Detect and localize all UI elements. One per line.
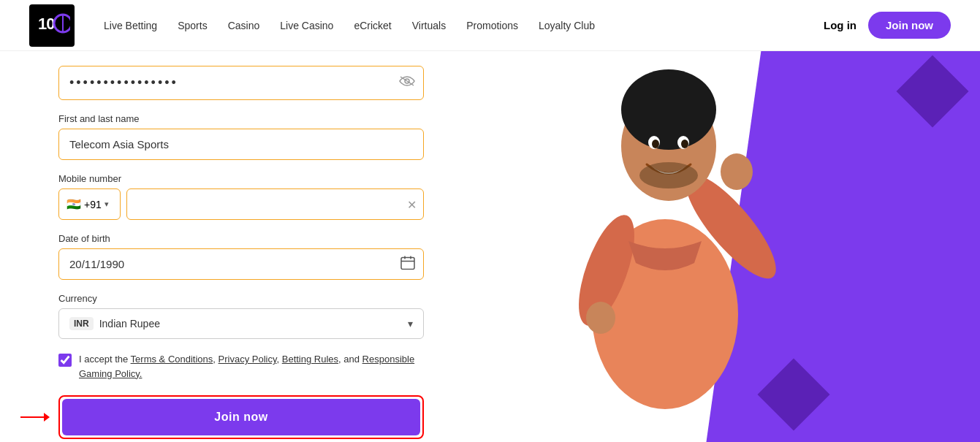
header: 10 Live Betting Sports Casino Live Casin…: [0, 0, 980, 51]
dob-label: Date of birth: [58, 233, 424, 244]
registration-form-panel: First and last name Mobile number 🇮🇳 +91…: [0, 51, 482, 442]
join-now-section: Join now: [58, 395, 424, 439]
currency-field: Currency INR Indian Rupee ▾: [58, 293, 424, 339]
flag-icon: 🇮🇳: [67, 197, 81, 211]
phone-row: 🇮🇳 +91 ▾ ✕: [58, 188, 424, 220]
person-illustration: [541, 51, 789, 442]
hero-person: [519, 51, 775, 442]
country-code-selector[interactable]: 🇮🇳 +91 ▾: [58, 188, 121, 220]
arrow-line: [20, 416, 44, 418]
terms-label: I accept the Terms & Conditions, Privacy…: [79, 352, 424, 381]
password-field: [58, 66, 424, 100]
login-button[interactable]: Log in: [824, 19, 856, 31]
nav-virtuals[interactable]: Virtuals: [412, 20, 446, 31]
currency-chevron-icon: ▾: [408, 318, 413, 329]
chevron-down-icon: ▾: [105, 199, 109, 209]
dob-wrapper: [58, 248, 424, 280]
svg-text:10: 10: [38, 15, 55, 33]
svg-point-20: [721, 153, 753, 190]
name-field: First and last name: [58, 113, 424, 160]
country-code-text: +91: [84, 199, 102, 210]
nav-live-casino[interactable]: Live Casino: [280, 20, 333, 31]
currency-name: Indian Rupee: [99, 318, 402, 329]
svg-rect-6: [401, 257, 414, 269]
dob-input[interactable]: [58, 248, 424, 280]
name-input[interactable]: [58, 129, 424, 160]
logo[interactable]: 10: [29, 4, 75, 47]
currency-badge: INR: [69, 317, 94, 330]
join-now-button-wrapper: Join now: [58, 395, 424, 439]
terms-checkbox-row: I accept the Terms & Conditions, Privacy…: [58, 352, 424, 381]
nav-casino[interactable]: Casino: [228, 20, 260, 31]
terms-checkbox[interactable]: [58, 354, 72, 367]
nav-promotions[interactable]: Promotions: [466, 20, 518, 31]
svg-point-18: [681, 140, 688, 148]
main-nav: Live Betting Sports Casino Live Casino e…: [104, 20, 824, 31]
name-label: First and last name: [58, 113, 424, 124]
mobile-label: Mobile number: [58, 173, 424, 184]
nav-ecricket[interactable]: eCricket: [354, 20, 391, 31]
phone-number-wrapper: ✕: [126, 188, 424, 220]
arrow-head: [44, 413, 50, 422]
toggle-password-icon[interactable]: [399, 75, 415, 91]
svg-point-21: [586, 302, 615, 334]
join-now-main-button[interactable]: Join now: [62, 399, 420, 435]
nav-loyalty-club[interactable]: Loyalty Club: [539, 20, 595, 31]
main-content: First and last name Mobile number 🇮🇳 +91…: [0, 51, 980, 442]
svg-point-17: [652, 140, 659, 148]
calendar-icon[interactable]: [400, 255, 415, 273]
phone-number-input[interactable]: [126, 188, 424, 220]
terms-conditions-link[interactable]: Terms & Conditions: [131, 354, 213, 365]
svg-point-14: [621, 69, 716, 150]
logo-text: 10: [29, 4, 75, 47]
currency-label: Currency: [58, 293, 424, 304]
dob-field: Date of birth: [58, 233, 424, 280]
join-now-header-button[interactable]: Join now: [868, 12, 951, 39]
mobile-field: Mobile number 🇮🇳 +91 ▾ ✕: [58, 173, 424, 220]
clear-phone-icon[interactable]: ✕: [407, 197, 417, 211]
password-input[interactable]: [58, 66, 424, 100]
betting-rules-link[interactable]: Betting Rules: [282, 354, 338, 365]
privacy-policy-link[interactable]: Privacy Policy: [219, 354, 277, 365]
nav-live-betting[interactable]: Live Betting: [104, 20, 157, 31]
currency-selector[interactable]: INR Indian Rupee ▾: [58, 308, 424, 339]
arrow-indicator: [20, 413, 50, 422]
header-actions: Log in Join now: [824, 12, 951, 39]
hero-image-panel: [482, 51, 980, 442]
svg-point-19: [639, 162, 698, 188]
nav-sports[interactable]: Sports: [178, 20, 207, 31]
